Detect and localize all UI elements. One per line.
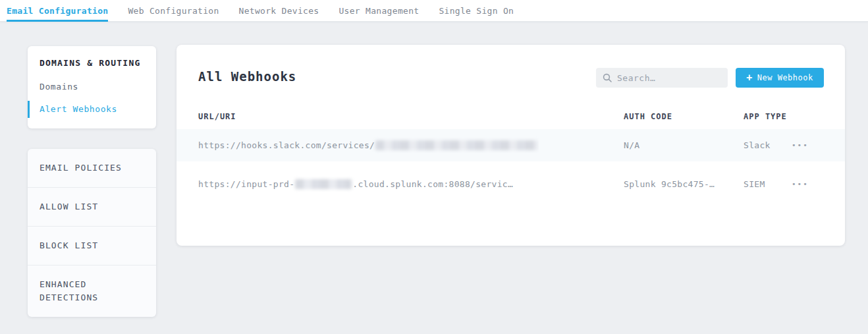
column-header-auth-code: AUTH CODE (624, 112, 672, 121)
sidebar-domains-routing-card: DOMAINS & ROUTING Domains Alert Webhooks (28, 46, 156, 128)
column-header-url-uri: URL/URI (198, 112, 236, 121)
search-input[interactable] (617, 73, 721, 83)
webhook-url-text: https://input-prd- (198, 179, 294, 189)
column-header-app-type: APP TYPE (744, 112, 787, 121)
sidebar-policies-card: EMAIL POLICIES ALLOW LIST BLOCK LIST ENH… (28, 149, 156, 317)
sidebar-item-allow-list[interactable]: ALLOW LIST (28, 187, 156, 226)
tab-web-configuration[interactable]: Web Configuration (128, 0, 219, 21)
plus-icon: + (746, 73, 753, 83)
sidebar-item-email-policies[interactable]: EMAIL POLICIES (28, 149, 156, 187)
top-tab-bar: Email Configuration Web Configuration Ne… (0, 0, 868, 22)
auth-code-cell: N/A (624, 129, 639, 161)
sidebar-item-domains[interactable]: Domains (28, 81, 156, 93)
redacted-url-segment (295, 179, 352, 189)
search-icon (603, 73, 612, 82)
tab-user-management[interactable]: User Management (339, 0, 419, 21)
sidebar-group-heading: DOMAINS & ROUTING (28, 58, 156, 68)
page-title: All Webhooks (198, 69, 296, 84)
tab-single-sign-on[interactable]: Single Sign On (439, 0, 514, 21)
sidebar-item-block-list[interactable]: BLOCK LIST (28, 226, 156, 265)
webhook-url-text: https://hooks.slack.com/services/ (198, 140, 375, 150)
webhook-url-cell: https://input-prd- .cloud.splunk.com:808… (198, 167, 513, 201)
webhooks-panel: All Webhooks + New Webhook URL/URI AUTH … (176, 45, 845, 246)
webhook-url-suffix: .cloud.splunk.com:8088/servic… (352, 179, 513, 189)
webhook-url-cell: https://hooks.slack.com/services/ (198, 129, 539, 161)
search-box[interactable] (596, 68, 728, 88)
sidebar-item-alert-webhooks[interactable]: Alert Webhooks (28, 103, 156, 115)
auth-code-cell: Splunk 9c5bc475-… (624, 167, 715, 201)
app-type-cell: Slack (744, 129, 771, 161)
redacted-url-segment (375, 140, 538, 150)
new-webhook-button[interactable]: + New Webhook (736, 68, 824, 88)
table-row[interactable]: https://hooks.slack.com/services/ N/A Sl… (176, 129, 845, 161)
tab-email-configuration[interactable]: Email Configuration (7, 0, 108, 21)
tab-network-devices[interactable]: Network Devices (239, 0, 319, 21)
table-row[interactable]: https://input-prd- .cloud.splunk.com:808… (176, 167, 845, 201)
sidebar-item-enhanced-detections[interactable]: ENHANCED DETECTIONS (28, 265, 156, 317)
row-menu-ellipsis-icon[interactable]: ••• (790, 138, 810, 152)
app-type-cell: SIEM (744, 167, 765, 201)
row-menu-ellipsis-icon[interactable]: ••• (790, 177, 810, 191)
new-webhook-button-label: New Webhook (757, 73, 813, 82)
table-header-row: URL/URI AUTH CODE APP TYPE (176, 112, 845, 129)
